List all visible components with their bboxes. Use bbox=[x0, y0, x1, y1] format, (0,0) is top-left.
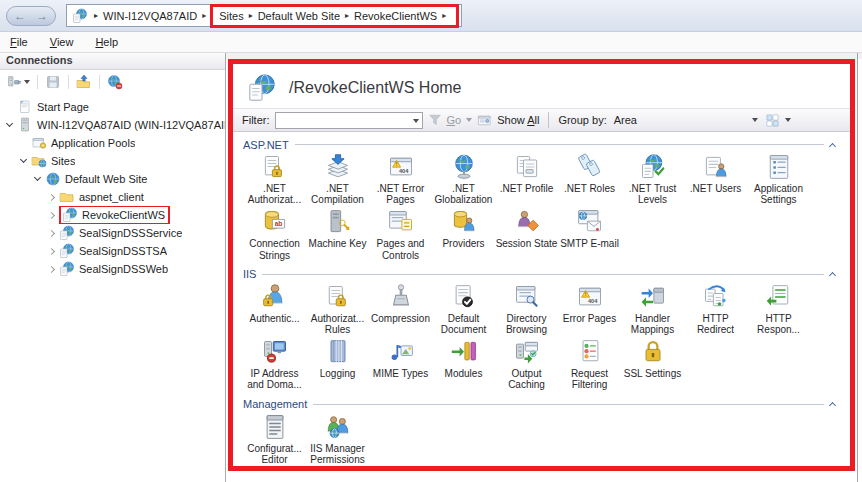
up-level-button[interactable] bbox=[74, 73, 94, 91]
feature-label: Pages and Controls bbox=[369, 238, 432, 260]
tree-item-application-pools[interactable]: Application Pools bbox=[0, 134, 225, 152]
tree-item-win-i12vqa87aid-win-i12vqa87aid-admin[interactable]: WIN-I12VQA87AID (WIN-I12VQA87AID\Admin bbox=[0, 116, 225, 134]
tree-item-start-page[interactable]: Start Page bbox=[0, 98, 225, 116]
feature-authorizat-rules[interactable]: Authorizat... Rules bbox=[306, 283, 369, 335]
breadcrumb-segment[interactable]: Sites bbox=[216, 10, 246, 22]
feature-net-profile[interactable]: .NET Profile bbox=[495, 153, 558, 205]
section-header-management: Management bbox=[243, 398, 838, 411]
tree-item-sealsigndssweb[interactable]: SealSignDSSWeb bbox=[0, 260, 225, 278]
breadcrumb[interactable]: ▸WIN-I12VQA87AID▸Sites▸Default Web Site▸… bbox=[66, 4, 462, 27]
feature-label: Error Pages bbox=[563, 313, 616, 324]
tree-item-default-web-site[interactable]: Default Web Site bbox=[0, 170, 225, 188]
folder-up-icon bbox=[76, 74, 92, 90]
breadcrumb-arrow-icon: ▸ bbox=[200, 11, 208, 20]
feature-net-authorizat[interactable]: .NET Authorizat... bbox=[243, 153, 306, 205]
feature-default-document[interactable]: Default Document bbox=[432, 283, 495, 335]
svg-text:404: 404 bbox=[398, 168, 408, 174]
expander-expanded-icon[interactable] bbox=[34, 174, 41, 181]
menu-item-file[interactable]: File bbox=[10, 36, 28, 48]
tree-item-sites[interactable]: Sites bbox=[0, 152, 225, 170]
expander-collapsed-icon[interactable] bbox=[48, 265, 55, 272]
feature-request-filtering[interactable]: Request Filtering bbox=[558, 338, 621, 390]
tree-item-sealsigndsstsa[interactable]: SealSignDSSTSA bbox=[0, 242, 225, 260]
save-icon bbox=[45, 74, 61, 90]
filter-input[interactable] bbox=[275, 112, 423, 129]
breadcrumb-segment[interactable]: RevokeClientWS bbox=[351, 10, 440, 22]
tree-item-sealsigndssservice[interactable]: SealSignDSSService bbox=[0, 224, 225, 242]
create-connection-button[interactable] bbox=[4, 73, 32, 91]
back-button[interactable]: ← bbox=[14, 10, 26, 22]
feature-compression[interactable]: Compression bbox=[369, 283, 432, 335]
tree-item-aspnet-client[interactable]: aspnet_client bbox=[0, 188, 225, 206]
disconnect-button[interactable] bbox=[105, 73, 125, 91]
chevron-down-icon[interactable] bbox=[413, 119, 419, 123]
net-error-pages-icon: !404 bbox=[387, 153, 415, 181]
feature-authentic[interactable]: Authentic... bbox=[243, 283, 306, 335]
group-by-select[interactable]: Area bbox=[612, 114, 760, 126]
collapse-chevron-icon[interactable] bbox=[829, 402, 836, 409]
view-mode-dropdown-icon[interactable] bbox=[785, 118, 791, 122]
feature-net-globalization[interactable]: .NET Globalization bbox=[432, 153, 495, 205]
feature-session-state[interactable]: Session State bbox=[495, 208, 558, 260]
feature-configurat-editor[interactable]: Configurat... Editor bbox=[243, 413, 306, 465]
feature-smtp-e-mail[interactable]: SMTP E-mail bbox=[558, 208, 621, 260]
feature-net-compilation[interactable]: .NET Compilation bbox=[306, 153, 369, 205]
feature-net-trust-levels[interactable]: .NET Trust Levels bbox=[621, 153, 684, 205]
expander-collapsed-icon[interactable] bbox=[48, 229, 55, 236]
forward-button[interactable]: → bbox=[36, 10, 48, 22]
save-connections-button[interactable] bbox=[43, 73, 63, 91]
tree-item-revokeclientws[interactable]: RevokeClientWS bbox=[0, 206, 225, 224]
feature-connection-strings[interactable]: abConnection Strings bbox=[243, 208, 306, 260]
feature-label: Session State bbox=[496, 238, 558, 249]
feature-ip-address-and-doma[interactable]: IP Address and Doma... bbox=[243, 338, 306, 390]
feature-providers[interactable]: Providers bbox=[432, 208, 495, 260]
go-button[interactable]: Go bbox=[447, 114, 462, 126]
feature-iis-manager-permissions[interactable]: IIS Manager Permissions bbox=[306, 413, 369, 465]
feature-modules[interactable]: Modules bbox=[432, 338, 495, 390]
expander-collapsed-icon[interactable] bbox=[48, 211, 55, 218]
smtp-email-icon bbox=[576, 208, 604, 236]
feature-net-users[interactable]: .NET Users bbox=[684, 153, 747, 205]
expander-spacer bbox=[20, 139, 27, 146]
net-profile-icon bbox=[513, 153, 541, 181]
collapse-chevron-icon[interactable] bbox=[829, 142, 836, 149]
feature-machine-key[interactable]: Machine Key bbox=[306, 208, 369, 260]
feature-output-caching[interactable]: Output Caching bbox=[495, 338, 558, 390]
feature-directory-browsing[interactable]: Directory Browsing bbox=[495, 283, 558, 335]
feature-net-roles[interactable]: .NET Roles bbox=[558, 153, 621, 205]
feature-pages-and-controls[interactable]: Pages and Controls bbox=[369, 208, 432, 260]
modules-icon bbox=[450, 338, 478, 366]
configuration-editor-icon bbox=[261, 413, 289, 441]
feature-logging[interactable]: Logging bbox=[306, 338, 369, 390]
breadcrumb-segment[interactable]: WIN-I12VQA87AID bbox=[100, 10, 200, 22]
expander-expanded-icon[interactable] bbox=[6, 120, 13, 127]
globe-stop-icon bbox=[107, 74, 123, 90]
expander-collapsed-icon[interactable] bbox=[48, 247, 55, 254]
feature-handler-mappings[interactable]: Handler Mappings bbox=[621, 283, 684, 335]
output-caching-icon bbox=[513, 338, 541, 366]
collapse-chevron-icon[interactable] bbox=[829, 272, 836, 279]
group-by-value: Area bbox=[614, 114, 637, 126]
section-divider bbox=[295, 144, 824, 145]
feature-application-settings[interactable]: Application Settings bbox=[747, 153, 810, 205]
chevron-down-icon[interactable] bbox=[24, 80, 30, 84]
providers-icon bbox=[450, 208, 478, 236]
show-all-button[interactable]: Show All bbox=[497, 114, 539, 126]
section-items: Authentic...Authorizat... RulesCompressi… bbox=[243, 282, 815, 393]
breadcrumb-segment[interactable]: Default Web Site bbox=[255, 10, 343, 22]
go-dropdown-icon[interactable] bbox=[466, 118, 472, 122]
feature-label: Modules bbox=[445, 368, 483, 379]
menu-item-view[interactable]: View bbox=[50, 36, 74, 48]
feature-http-redirect[interactable]: HTTP Redirect bbox=[684, 283, 747, 335]
feature-label: .NET Compilation bbox=[306, 183, 369, 205]
expander-collapsed-icon[interactable] bbox=[48, 193, 55, 200]
expander-expanded-icon[interactable] bbox=[20, 156, 27, 163]
feature-http-respon[interactable]: HTTP Respon... bbox=[747, 283, 810, 335]
feature-net-error-pages[interactable]: !404.NET Error Pages bbox=[369, 153, 432, 205]
feature-error-pages[interactable]: !404Error Pages bbox=[558, 283, 621, 335]
feature-mime-types[interactable]: MIME Types bbox=[369, 338, 432, 390]
view-mode-icon[interactable] bbox=[765, 113, 780, 128]
session-state-icon bbox=[513, 208, 541, 236]
menu-item-help[interactable]: Help bbox=[95, 36, 118, 48]
feature-ssl-settings[interactable]: SSL Settings bbox=[621, 338, 684, 390]
